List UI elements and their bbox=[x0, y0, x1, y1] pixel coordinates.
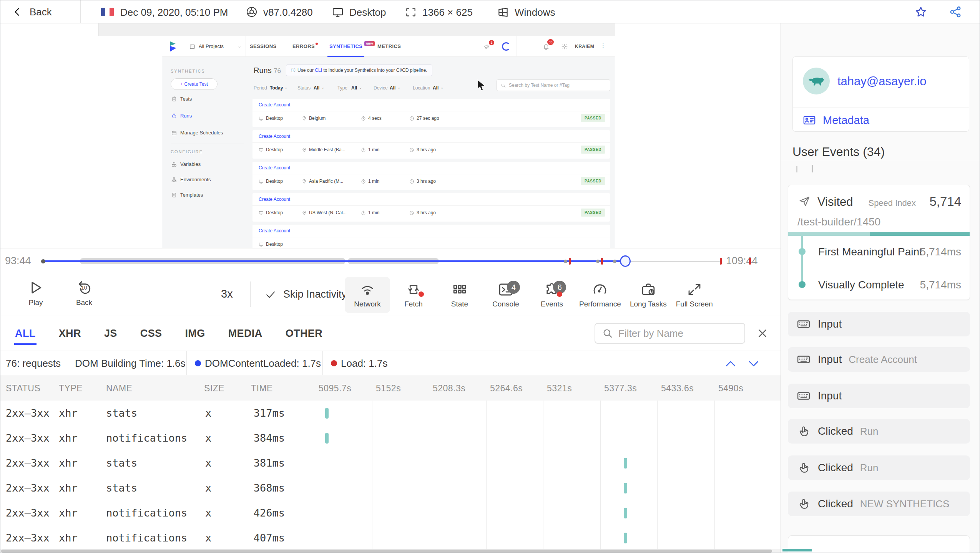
input-event-card[interactable]: Input bbox=[788, 384, 970, 408]
long-tasks-button[interactable]: Long Tasks bbox=[626, 277, 671, 313]
filter-period-value[interactable]: Today bbox=[270, 85, 283, 91]
run-card[interactable]: Create Account Desktop Asia Pacific (M..… bbox=[252, 162, 610, 190]
jump-down-icon[interactable] bbox=[747, 359, 760, 369]
run-card[interactable]: Create Account Desktop Middle East (Ba..… bbox=[252, 130, 610, 159]
playback-timeline[interactable]: 93:44 109:44 bbox=[0, 248, 781, 274]
network-request-row[interactable]: 2xx–3xxxhr notificationsx 426ms bbox=[0, 500, 781, 525]
chevron-left-icon bbox=[12, 5, 23, 19]
events-button[interactable]: 6 Events bbox=[529, 277, 575, 313]
playhead-handle[interactable] bbox=[620, 255, 631, 267]
tab-css[interactable]: CSS bbox=[140, 328, 162, 339]
timeline-event-marker[interactable] bbox=[720, 258, 722, 265]
fetch-button[interactable]: Fetch bbox=[391, 277, 436, 313]
speed-toggle[interactable]: 3x bbox=[221, 288, 233, 300]
tab-synthetics[interactable]: SYNTHETICS bbox=[329, 43, 362, 49]
kebab-menu-icon[interactable]: ⋮ bbox=[600, 42, 606, 49]
run-title[interactable]: Create Account bbox=[259, 228, 290, 233]
run-title[interactable]: Create Account bbox=[259, 102, 290, 108]
location-pin-icon bbox=[302, 147, 307, 152]
clicked-event-card[interactable]: ClickedNEW SYNTHETICS bbox=[788, 492, 970, 516]
back-10-button[interactable]: 10 Back bbox=[76, 279, 93, 307]
metadata-button[interactable]: Metadata bbox=[803, 114, 869, 127]
location-pin-icon bbox=[302, 210, 307, 215]
network-button[interactable]: Network bbox=[345, 277, 390, 313]
network-request-row[interactable]: 2xx–3xxxhr notificationsx 384ms bbox=[0, 426, 781, 450]
clicked-event-card[interactable]: ClickedRun bbox=[788, 455, 970, 480]
filter-location-value[interactable]: All bbox=[433, 85, 439, 91]
tab-sessions[interactable]: SESSIONS bbox=[250, 43, 277, 49]
input-event-card[interactable]: InputCreate Account bbox=[788, 347, 970, 372]
performance-button[interactable]: Performance bbox=[575, 277, 625, 313]
sidebar-item-runs[interactable]: Runs bbox=[171, 113, 192, 119]
run-card-partial[interactable]: Create Account Desktop bbox=[252, 225, 610, 248]
partial-progress-strip bbox=[782, 549, 812, 551]
run-card[interactable]: Create Account Desktop US West (N. Cal..… bbox=[252, 193, 610, 222]
test-search-input[interactable]: Search by Test Name or #Tag bbox=[497, 79, 610, 91]
horizontal-scrollbar[interactable] bbox=[0, 549, 781, 553]
tab-all[interactable]: ALL bbox=[15, 328, 36, 339]
network-request-row[interactable]: 2xx–3xxxhr statsx 368ms bbox=[0, 475, 781, 500]
tab-media[interactable]: MEDIA bbox=[228, 328, 262, 339]
skip-inactivity-toggle[interactable]: Skip Inactivity bbox=[265, 288, 347, 300]
requests-count: 76: requests bbox=[6, 358, 61, 369]
sidebar-item-tests[interactable]: Tests bbox=[171, 96, 192, 102]
filter-by-name-input[interactable]: Filter by Name bbox=[595, 323, 745, 344]
network-request-row[interactable]: 2xx–3xxxhr statsx 381ms bbox=[0, 450, 781, 475]
filter-device-value[interactable]: All bbox=[390, 85, 395, 91]
load-progress-light bbox=[788, 232, 870, 236]
timeline-event-marker[interactable] bbox=[749, 258, 751, 265]
timeline-remaining bbox=[625, 261, 721, 262]
gear-icon[interactable] bbox=[561, 43, 568, 50]
tab-errors[interactable]: ERRORS bbox=[292, 43, 315, 49]
check-icon bbox=[265, 289, 276, 300]
time-tick: 5152s bbox=[376, 383, 401, 394]
load-time: Load: 1.7s bbox=[341, 358, 387, 369]
fetch-label: Fetch bbox=[404, 300, 423, 308]
tab-other[interactable]: OTHER bbox=[286, 328, 323, 339]
chevron-down-icon: ⌄ bbox=[284, 85, 287, 89]
network-request-row[interactable]: 2xx–3xxxhr notificationsx 407ms bbox=[0, 525, 781, 550]
fmp-value: 5,714ms bbox=[920, 246, 961, 258]
sidebar-item-templates[interactable]: Templates bbox=[171, 192, 203, 198]
full-screen-button[interactable]: Full Screen bbox=[672, 277, 717, 313]
tab-xhr[interactable]: XHR bbox=[59, 328, 81, 339]
back-button[interactable]: Back bbox=[12, 5, 52, 19]
state-button[interactable]: State bbox=[437, 277, 482, 313]
run-card[interactable]: Create Account Desktop Belgium 4 secs 27… bbox=[252, 99, 610, 127]
visited-event-card[interactable]: Visited Speed Index 5,714 /test-builder/… bbox=[788, 185, 970, 300]
user-email-link[interactable]: tahay@asayer.io bbox=[837, 75, 926, 88]
run-title[interactable]: Create Account bbox=[259, 197, 290, 202]
create-test-button[interactable]: + Create Test bbox=[171, 78, 218, 90]
sidebar-item-manage-schedules[interactable]: Manage Schedules bbox=[171, 130, 223, 136]
metadata-label: Metadata bbox=[823, 114, 869, 127]
speed-index-value: 5,714 bbox=[929, 194, 961, 209]
run-title[interactable]: Create Account bbox=[259, 165, 290, 171]
tab-metrics[interactable]: METRICS bbox=[377, 43, 401, 49]
favorite-star-icon[interactable] bbox=[914, 5, 927, 18]
tab-img[interactable]: IMG bbox=[185, 328, 205, 339]
play-button[interactable]: Play bbox=[27, 279, 44, 307]
waterfall-bar bbox=[325, 433, 329, 444]
jump-up-icon[interactable] bbox=[724, 359, 737, 369]
sidebar-item-label: Templates bbox=[180, 192, 203, 198]
console-button[interactable]: 4 Console bbox=[483, 277, 528, 313]
event-tick bbox=[812, 165, 813, 172]
input-event-card[interactable]: Input bbox=[788, 312, 970, 336]
timeline-event-marker[interactable] bbox=[601, 258, 603, 265]
vc-label: Visually Complete bbox=[818, 279, 904, 291]
sidebar-item-environments[interactable]: Environments bbox=[171, 177, 211, 182]
network-request-row[interactable]: 2xx–3xxxhr statsx 317ms bbox=[0, 401, 781, 426]
timeline-event-marker[interactable] bbox=[569, 258, 571, 265]
tab-js[interactable]: JS bbox=[104, 328, 117, 339]
cli-link[interactable]: CLI bbox=[315, 68, 322, 73]
close-panel-icon[interactable] bbox=[757, 328, 768, 339]
run-title[interactable]: Create Account bbox=[259, 134, 290, 139]
project-selector[interactable]: All Projects bbox=[184, 36, 246, 57]
filter-type-value[interactable]: All bbox=[351, 85, 357, 91]
user-menu[interactable]: KRAIEM bbox=[575, 44, 594, 49]
clicked-event-card[interactable]: ClickedRun bbox=[788, 419, 970, 444]
sidebar-item-variables[interactable]: Variables bbox=[171, 161, 201, 167]
filter-status-value[interactable]: All bbox=[314, 85, 319, 91]
scrollbar-thumb[interactable] bbox=[1, 550, 772, 553]
share-icon[interactable] bbox=[949, 5, 962, 18]
